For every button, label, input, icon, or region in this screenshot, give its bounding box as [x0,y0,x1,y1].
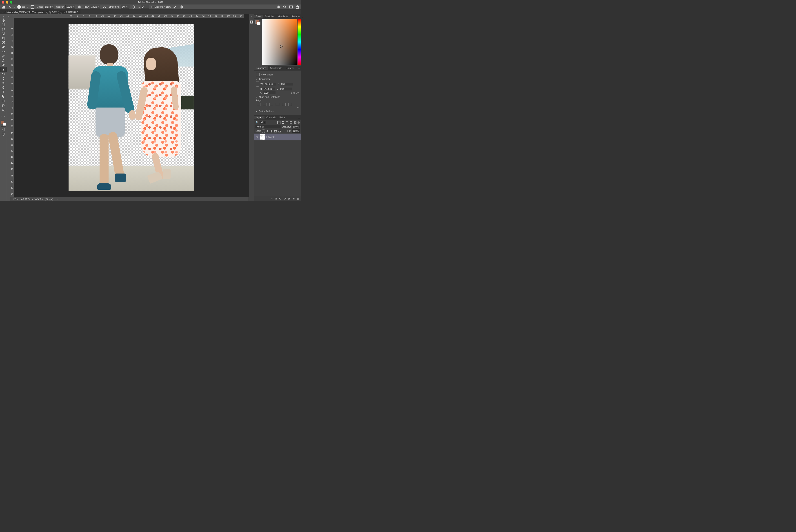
align-top-icon[interactable] [276,103,279,106]
filter-pixel-icon[interactable] [277,121,281,124]
layer-fx-icon[interactable]: fx [275,197,277,200]
expand-panels-icon[interactable]: « [251,15,252,18]
align-left-icon[interactable] [257,103,260,106]
tab-layers[interactable]: Layers [254,116,265,119]
home-button[interactable] [2,5,6,9]
flow-input[interactable]: 100% [90,5,100,8]
new-layer-icon[interactable]: ⊞ [293,197,295,200]
layers-panel-menu-icon[interactable]: ≡ [298,116,301,119]
object-selection-tool[interactable] [0,32,6,36]
tab-adjustments[interactable]: Adjustments [268,66,284,70]
dodge-tool[interactable] [0,81,6,85]
link-wh-icon[interactable] [256,81,259,87]
window-close-button[interactable] [2,1,4,4]
tab-properties[interactable]: Properties [254,66,268,70]
type-tool[interactable] [0,90,6,94]
cloud-docs-icon[interactable] [276,5,281,9]
search-icon[interactable] [283,5,287,9]
brush-preset[interactable]: 600 [17,5,28,9]
rectangle-tool[interactable] [0,99,6,103]
frame-tool[interactable] [0,40,6,45]
smoothing-options-button[interactable] [132,5,136,9]
ruler-vertical[interactable]: 0246810121416182022242628303234363840424… [10,18,14,197]
width-input[interactable] [264,82,276,86]
path-selection-tool[interactable] [0,94,6,99]
tab-channels[interactable]: Channels [265,116,277,119]
doc-info[interactable]: 40.917 in x 54.556 in (72 ppi) [21,198,53,201]
rotation-input[interactable] [264,91,275,94]
tab-paths[interactable]: Paths [277,116,287,119]
color-panel-menu-icon[interactable]: ≡ [302,15,305,18]
transform-section-label[interactable]: Transform [259,78,270,80]
filter-toggle-icon[interactable] [297,121,300,124]
airbrush-toggle[interactable] [103,5,107,9]
filter-smart-icon[interactable] [293,121,297,124]
height-input[interactable] [263,88,275,91]
layer-name[interactable]: Layer 0 [266,136,275,138]
gradient-tool[interactable] [0,72,6,76]
filter-type-icon[interactable] [285,121,289,124]
brush-settings-button[interactable] [30,5,34,9]
layer-mask-icon[interactable]: ◐ [279,197,282,200]
share-icon[interactable] [295,5,299,9]
lock-all-icon[interactable] [278,130,281,133]
lock-nested-icon[interactable] [274,130,277,133]
layer-thumbnail[interactable] [260,134,265,140]
zoom-tool[interactable] [0,108,6,112]
color-field[interactable] [262,19,297,65]
flip-vertical-icon[interactable]: ▽△ [296,91,299,94]
filter-shape-icon[interactable] [289,121,293,124]
tool-preset-picker[interactable] [8,5,12,9]
angle-input[interactable]: 0° [141,5,149,8]
x-input[interactable] [281,82,293,86]
window-minimize-button[interactable] [6,1,8,4]
quick-actions-label[interactable]: Quick Actions [259,110,274,113]
align-more-icon[interactable]: ••• [256,106,299,109]
align-bottom-icon[interactable] [288,103,292,106]
document-canvas[interactable] [69,24,194,191]
chev-collapse-icon[interactable]: » [0,15,6,18]
symmetry-button[interactable] [179,5,183,9]
document-tab[interactable]: × chris-hardy-_ViDPYQXrdY-unsplash.jpg @… [0,10,80,14]
move-tool[interactable] [0,18,6,22]
eraser-tool[interactable] [0,67,6,72]
history-panel-icon[interactable] [250,20,253,24]
marquee-tool[interactable] [0,22,6,27]
lock-transparent-icon[interactable] [262,130,265,133]
hue-slider[interactable] [297,19,301,65]
tab-gradients[interactable]: Gradients [276,15,290,18]
layer-item[interactable]: 👁 Layer 0 [254,134,301,140]
window-maximize-button[interactable] [10,1,12,4]
filter-adjust-icon[interactable] [282,121,285,124]
status-flyout-icon[interactable]: › [57,198,58,201]
align-vcenter-icon[interactable] [282,103,286,106]
screen-mode-button[interactable] [0,132,6,136]
mode-select[interactable]: Brush [44,5,54,8]
lock-position-icon[interactable] [270,130,273,133]
properties-panel-menu-icon[interactable]: ≡ [298,67,301,70]
pressure-size-toggle[interactable] [173,5,177,9]
workspace-icon[interactable] [289,5,293,9]
lock-paint-icon[interactable] [266,130,269,133]
link-layers-icon[interactable]: ⌀ [271,197,273,200]
opacity-input[interactable]: 100% [66,5,75,8]
color-picker-indicator[interactable] [280,45,282,48]
adjustment-layer-icon[interactable]: ◑ [284,197,286,200]
erase-history-checkbox[interactable] [151,6,154,8]
color-panel-swatches[interactable] [255,20,260,25]
close-tab-icon[interactable]: × [2,11,3,13]
ruler-horizontal[interactable]: 0246810121416182022242628303234363840424… [14,14,244,18]
clone-stamp-tool[interactable] [0,58,6,63]
filter-kind-select[interactable]: Kind [259,121,266,124]
canvas-stage[interactable] [14,18,249,197]
hand-tool[interactable] [0,103,6,108]
layer-opacity-input[interactable]: 100% [292,125,300,128]
tab-patterns[interactable]: Patterns [290,15,302,18]
zoom-level[interactable]: 50% [13,198,18,201]
blur-tool[interactable] [0,76,6,81]
ruler-corner[interactable] [10,14,14,18]
tab-libraries[interactable]: Libraries [284,66,296,70]
quick-mask-toggle[interactable] [0,127,6,132]
layer-group-icon[interactable]: ▣ [288,197,290,200]
blend-mode-select[interactable]: Normal [255,125,281,128]
